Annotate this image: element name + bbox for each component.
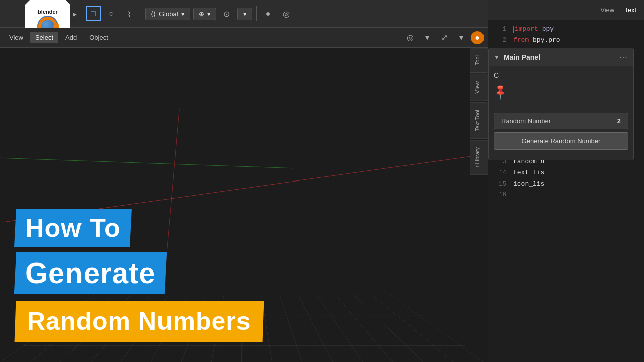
thumbnail-overlay: How To Generate Random Numbers [15, 209, 263, 342]
select-lasso-icon[interactable]: ⌇ [122, 6, 137, 21]
tab-library[interactable]: r Library [470, 140, 488, 175]
random-number-field[interactable]: Random Number 2 [494, 113, 628, 129]
code-text-15: icon_lis [513, 180, 544, 188]
line-num-1: 1 [492, 26, 506, 33]
select-circle-icon[interactable]: ○ [104, 6, 119, 21]
tab-view[interactable]: View [470, 74, 488, 101]
snap-chevron-icon: ▾ [207, 10, 211, 18]
code-line-16: 16 [488, 190, 644, 201]
transform-label: Global [159, 10, 178, 18]
code-line-2: 2 from bpy.pro [488, 35, 644, 46]
viewport-overlay-chevron[interactable]: ▾ [420, 30, 435, 45]
viewport-render-icon[interactable]: ◎ [279, 6, 294, 21]
line-num-14: 14 [492, 169, 506, 176]
panel-collapse-icon[interactable]: ▼ [494, 54, 500, 61]
line-num-15: 15 [492, 180, 506, 188]
line-num-2: 2 [492, 37, 506, 44]
code-line-14: 14 text_lis [488, 168, 644, 179]
axis-green [0, 158, 293, 168]
thumb-line3-text: Random Numbers [27, 307, 251, 336]
panel-c-label: C [494, 71, 628, 79]
proportional-edit-icon[interactable]: ⊙ [219, 6, 234, 21]
thumb-line2-bg: Generate [14, 252, 167, 294]
right-sidebar-tabs: Tool View Text Tool r Library [470, 48, 488, 339]
tab-text-tool[interactable]: Text Tool [470, 102, 488, 139]
viewport-overlay-icon[interactable]: ◎ [403, 30, 418, 45]
menu-item-add[interactable]: Add [60, 32, 82, 43]
gizmo-icon[interactable]: ⤢ [437, 30, 452, 45]
code-line-1: 1 import bpy [488, 24, 644, 35]
tab-tool[interactable]: Tool [470, 48, 488, 73]
code-text-1: import bpy [513, 25, 554, 33]
snap-dropdown[interactable]: ⊕ ▾ [193, 8, 216, 20]
code-header-text[interactable]: Text [624, 6, 636, 14]
proportional-falloff-dropdown[interactable]: ▾ [237, 8, 252, 20]
toolbar-sep-2 [256, 6, 257, 21]
viewport-shading-icon[interactable]: ● [471, 31, 484, 44]
menu-item-object[interactable]: Object [84, 32, 113, 43]
thumb-line1-bg: How To [14, 209, 132, 247]
menu-item-view[interactable]: View [4, 32, 28, 43]
thumb-line3-bg: Random Numbers [15, 301, 264, 342]
menu-item-select[interactable]: Select [30, 32, 58, 43]
thumb-line2-text: Generate [25, 256, 155, 290]
top-toolbar: blender ▸ □ ○ ⌇ ⟨⟩ Global ▾ ⊕ ▾ ⊙ ▾ ● ◎ [0, 0, 488, 28]
panel-title: Main Panel [504, 53, 615, 61]
panel-pin-icon: 📌 [491, 83, 509, 101]
transform-icon: ⟨⟩ [151, 10, 156, 18]
random-number-label: Random Number [501, 117, 551, 125]
random-number-value: 2 [617, 117, 621, 125]
snap-icon: ⊕ [199, 10, 204, 18]
panel-header: ▼ Main Panel ⋯ [489, 48, 633, 66]
thumb-line1-text: How To [25, 213, 121, 243]
toolbar-sep-1 [141, 6, 141, 21]
panel-options-icon[interactable]: ⋯ [619, 52, 628, 62]
generate-button[interactable]: Generate Random Number [494, 132, 628, 150]
menu-bar: View Select Add Object ◎ ▾ ⤢ ▾ ● [0, 28, 488, 48]
line-num-16: 16 [492, 191, 506, 198]
gizmo-chevron[interactable]: ▾ [454, 30, 469, 45]
main-panel: ▼ Main Panel ⋯ C 📌 Random Number 2 Gener… [488, 48, 634, 160]
transform-orientation-dropdown[interactable]: ⟨⟩ Global ▾ [145, 8, 190, 20]
render-icon[interactable]: ● [261, 6, 276, 21]
code-text-14: text_lis [513, 169, 544, 176]
select-box-icon[interactable]: □ [86, 6, 101, 21]
blender-logo-text: blender [38, 9, 58, 15]
code-editor-header: View Text [488, 0, 644, 20]
code-header-view[interactable]: View [600, 6, 614, 14]
chevron-down-icon: ▾ [181, 10, 185, 18]
code-line-15: 15 icon_lis [488, 179, 644, 190]
panel-body: C 📌 Random Number 2 Generate Random Numb… [489, 66, 633, 155]
code-text-2: from bpy.pro [513, 36, 560, 44]
